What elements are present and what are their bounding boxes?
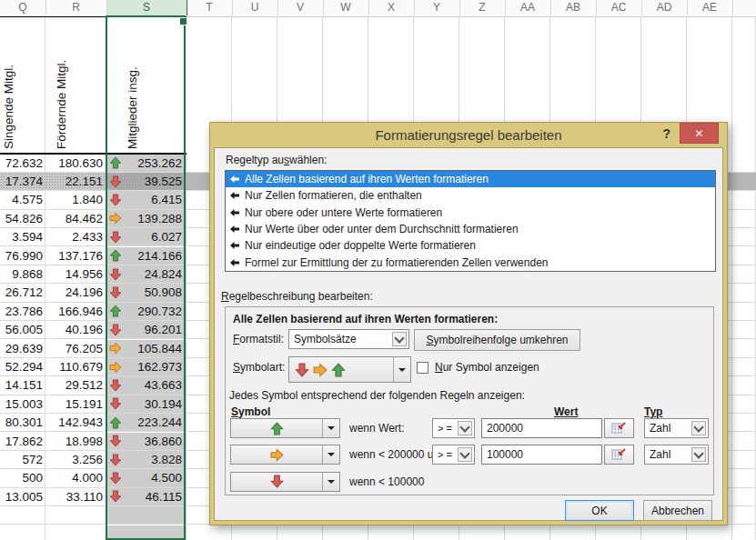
symbol-combobox[interactable] [230,472,340,492]
type-combobox[interactable]: Zahl [644,445,709,465]
format-style-combobox[interactable]: Symbolsätze [288,329,409,349]
cell-q[interactable] [0,506,45,524]
cell-s[interactable]: 214.166 [106,247,186,265]
cell-q[interactable]: 23.786 [0,303,45,320]
cell-s[interactable] [106,525,186,540]
cell-s[interactable]: 105.844 [106,340,186,357]
cell-r[interactable] [45,525,106,540]
cell-r[interactable]: 40.196 [45,321,106,338]
column-header-AD[interactable]: AD [641,0,688,15]
cell-s[interactable]: 4.500 [106,469,186,486]
rule-type-item[interactable]: Nur Zellen formatieren, die enthalten [226,187,715,204]
rule-type-item[interactable]: Nur Werte über oder unter dem Durchschni… [226,221,715,237]
chevron-down-icon[interactable] [691,447,706,462]
rotated-header-cell[interactable]: Mitglieder insg. [106,16,186,155]
cell-r[interactable]: 29.512 [45,376,106,394]
rule-type-item[interactable]: Nur eindeutige oder doppelte Werte forma… [226,237,715,254]
cell-s[interactable]: 30.194 [106,395,186,413]
column-header-AB[interactable]: AB [550,0,597,15]
ok-button[interactable]: OK [565,500,634,521]
cell-q[interactable]: 56.005 [0,321,45,338]
cell-s[interactable]: 43.663 [106,376,186,394]
icon-style-combobox[interactable] [288,356,411,383]
symbol-combobox[interactable] [230,418,340,438]
cell-s[interactable]: 253.262 [106,155,186,172]
column-header-AE[interactable]: AE [687,0,733,15]
cell-r[interactable]: 15.191 [45,395,106,413]
dropdown-arrow-icon[interactable] [322,419,339,437]
chevron-down-icon[interactable] [392,332,407,346]
column-header-AC[interactable]: AC [596,0,642,15]
cancel-button[interactable]: Abbrechen [643,500,712,521]
cell-r[interactable]: 1.840 [45,191,106,208]
cell-s[interactable]: 290.732 [106,303,186,320]
cell-s[interactable]: 96.201 [106,321,186,338]
value-input[interactable]: 100000 [481,445,602,465]
cell-s[interactable]: 139.288 [106,210,186,227]
close-icon[interactable]: ✕ [680,123,719,144]
cell-q[interactable]: 17.374 [0,173,45,190]
cell-q[interactable]: 3.594 [0,228,45,245]
cell-r[interactable]: 18.998 [45,433,106,450]
rule-type-item[interactable]: Alle Zellen basierend auf ihren Werten f… [226,171,715,187]
operator-combobox[interactable]: > = [432,418,475,438]
cell-s[interactable]: 39.525 [106,173,186,190]
symbol-combobox[interactable] [230,445,340,465]
cell-s[interactable]: 24.824 [106,265,186,283]
selection-handle[interactable] [179,17,187,25]
column-header-R[interactable]: R [45,0,107,15]
column-header-Z[interactable]: Z [459,0,506,15]
cell-s[interactable]: 6.415 [106,191,186,208]
cell-q[interactable]: 15.003 [0,395,45,413]
rule-type-item[interactable]: Formel zur Ermittlung der zu formatieren… [226,254,715,270]
cell-s[interactable]: 223.244 [106,414,186,431]
cell-q[interactable]: 52.294 [0,358,45,375]
value-input[interactable]: 200000 [481,418,602,438]
dropdown-arrow-icon[interactable] [322,445,339,464]
show-icon-only-checkbox[interactable] [417,362,428,374]
operator-combobox[interactable]: > = [432,445,475,465]
column-header-V[interactable]: V [277,0,324,15]
cell-r[interactable]: 137.176 [45,247,106,265]
cell-q[interactable]: 572 [0,451,45,468]
column-header-T[interactable]: T [186,0,233,15]
reverse-icon-order-button[interactable]: Symbolreihenfolge umkehren [414,329,580,351]
cell-r[interactable] [45,506,106,524]
cell-r[interactable]: 2.433 [45,228,106,245]
cell-s[interactable]: 6.027 [106,228,186,245]
column-header-X[interactable]: X [368,0,415,15]
dropdown-arrow-icon[interactable] [322,473,339,491]
type-combobox[interactable]: Zahl [644,418,709,438]
cell-s[interactable] [106,506,186,524]
cell-r[interactable]: 22.151 [45,173,106,190]
cell-r[interactable]: 76.205 [45,340,106,357]
rule-type-listbox[interactable]: Alle Zellen basierend auf ihren Werten f… [225,170,716,272]
cell-q[interactable]: 13.005 [0,488,45,505]
column-header-U[interactable]: U [232,0,278,15]
column-header-S[interactable]: S [106,0,187,15]
dropdown-arrow-icon[interactable] [393,357,410,382]
cell-r[interactable]: 33.110 [45,488,106,505]
cell-q[interactable]: 500 [0,469,45,486]
cell-s[interactable]: 46.115 [106,488,186,505]
cell-q[interactable]: 76.990 [0,247,45,265]
cell-r[interactable]: 3.256 [45,451,106,468]
cell-r[interactable]: 84.462 [45,210,106,227]
cell-q[interactable]: 17.862 [0,433,45,450]
cell-r[interactable]: 110.679 [45,358,106,375]
cell-s[interactable]: 36.860 [106,433,186,450]
cell-r[interactable]: 180.630 [45,155,106,172]
cell-q[interactable] [0,525,45,540]
rule-type-item[interactable]: Nur obere oder untere Werte formatieren [226,205,715,221]
rotated-header-cell[interactable]: Fördernde Mitgl. [45,16,106,155]
cell-q[interactable]: 9.868 [0,265,45,283]
column-header-W[interactable]: W [323,0,369,15]
cell-r[interactable]: 166.946 [45,303,106,320]
cell-q[interactable]: 29.639 [0,340,45,357]
help-icon[interactable]: ? [662,126,670,141]
column-header-Q[interactable]: Q [0,0,46,15]
cell-s[interactable]: 162.973 [106,358,186,375]
cell-r[interactable]: 14.956 [45,265,106,283]
cell-q[interactable]: 26.712 [0,284,45,301]
rotated-header-cell[interactable]: Singende Mitgl. [0,16,45,155]
